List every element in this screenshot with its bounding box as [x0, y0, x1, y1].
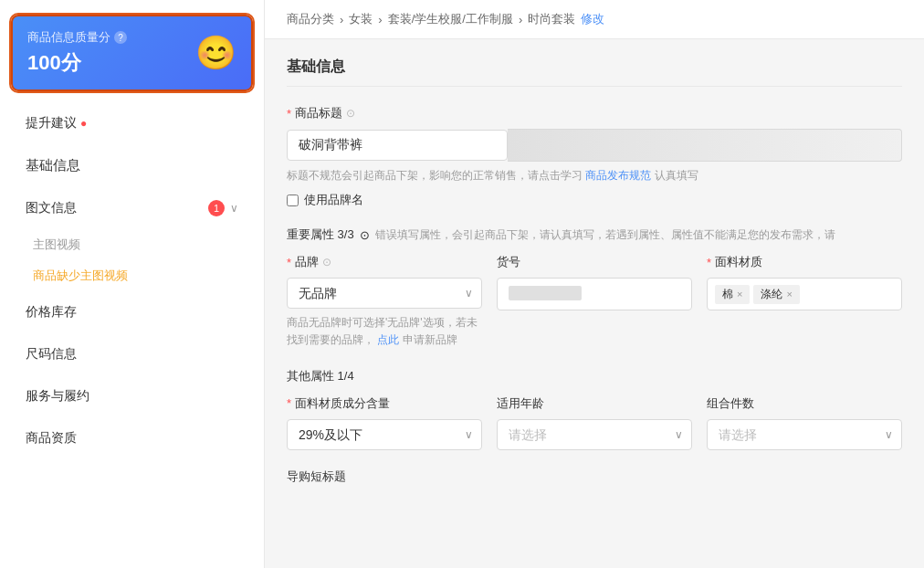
- tag-label: 涤纶: [761, 287, 782, 302]
- sidebar-item-label: 服务与履约: [26, 388, 89, 405]
- material-content-group: * 面料材质成分含量 29%及以下 ∨: [287, 395, 482, 450]
- combo-select[interactable]: 请选择: [707, 419, 902, 450]
- sidebar: 商品信息质量分 ? 100分 😊 提升建议● 基础信息 图文信息 1 ∨ 主图视…: [0, 0, 265, 568]
- sidebar-item-label: 尺码信息: [26, 346, 77, 363]
- important-attr-group: 重要属性 3/3 ⊙ 错误填写属性，会引起商品下架，请认真填写，若遇到属性、属性…: [287, 226, 902, 349]
- warning-text: 标题不规范会引起商品下架，影响您的正常销售，请点击学习 商品发布规范 认真填写: [287, 167, 902, 184]
- brand-help-icon[interactable]: ⊙: [322, 256, 331, 268]
- chevron-icon: ∨: [230, 202, 238, 215]
- sidebar-item-basic[interactable]: 基础信息: [11, 146, 253, 185]
- attr-help-icon[interactable]: ⊙: [360, 228, 370, 242]
- material-label: * 面料材质: [707, 254, 902, 270]
- content-area: 基础信息 * 商品标题 ⊙ 标题不规范会引起商品下架，影响您的正常销售，请点击学…: [265, 39, 924, 521]
- required-star: *: [287, 256, 291, 269]
- brand-checkbox[interactable]: [287, 195, 299, 206]
- label-text: 商品标题: [295, 105, 342, 121]
- tag-item: 棉 ×: [715, 285, 750, 304]
- material-tags-input[interactable]: 棉 × 涤纶 ×: [707, 278, 902, 310]
- material-content-select[interactable]: 29%及以下: [287, 419, 482, 450]
- label-text: 导购短标题: [287, 468, 346, 485]
- order-number-group: 货号: [497, 254, 692, 349]
- label-text: 组合件数: [707, 395, 754, 412]
- attr-header: 重要属性 3/3 ⊙ 错误填写属性，会引起商品下架，请认真填写，若遇到属性、属性…: [287, 226, 902, 243]
- sidebar-item-video[interactable]: 主图视频: [11, 231, 253, 258]
- quality-card: 商品信息质量分 ? 100分 😊: [11, 15, 253, 91]
- material-label-text: 面料材质: [715, 254, 762, 270]
- guide-title-group: 导购短标题: [287, 468, 902, 485]
- sidebar-item-label: 图文信息: [26, 200, 77, 216]
- breadcrumb-sep-1: ›: [340, 13, 343, 26]
- other-attr-group: 其他属性 1/4 * 面料材质成分含量 29%及以下 ∨: [287, 368, 902, 450]
- breadcrumb-sep-3: ›: [519, 13, 522, 26]
- brand-help-text: 商品无品牌时可选择'无品牌'选项，若未找到需要的品牌， 点此 申请新品牌: [287, 314, 482, 349]
- order-number-input-area: [497, 278, 692, 310]
- product-title-group: * 商品标题 ⊙ 标题不规范会引起商品下架，影响您的正常销售，请点击学习 商品发…: [287, 105, 902, 208]
- product-title-label: * 商品标题 ⊙: [287, 105, 902, 121]
- brand-row: * 品牌 ⊙ 无品牌 ∨ 商品无品牌时可选择'无品牌'选项，若未找到需要的品牌，…: [287, 254, 902, 349]
- sidebar-item-service[interactable]: 服务与履约: [11, 377, 253, 415]
- label-text: 适用年龄: [497, 395, 544, 412]
- help-icon[interactable]: ⊙: [346, 107, 355, 120]
- sidebar-item-image[interactable]: 图文信息 1 ∨: [11, 189, 253, 227]
- sidebar-item-label: 价格库存: [26, 304, 77, 321]
- product-title-input[interactable]: [287, 130, 508, 161]
- sidebar-item-size[interactable]: 尺码信息: [11, 335, 253, 373]
- attr-header-text: 重要属性 3/3: [287, 226, 354, 243]
- required-star: *: [287, 396, 291, 410]
- main-content: 商品分类 › 女装 › 套装/学生校服/工作制服 › 时尚套装 修改 基础信息 …: [265, 0, 924, 568]
- brand-select-wrapper: 无品牌 ∨: [287, 278, 482, 309]
- breadcrumb: 商品分类 › 女装 › 套装/学生校服/工作制服 › 时尚套装 修改: [265, 0, 924, 39]
- brand-label-text: 品牌: [295, 254, 319, 270]
- quality-score: 100分: [27, 49, 127, 77]
- combo-group: 组合件数 请选择 ∨: [707, 395, 902, 450]
- order-number-label: 货号: [497, 254, 692, 270]
- sidebar-item-label: 基础信息: [26, 157, 80, 174]
- sidebar-item-qualification[interactable]: 商品资质: [11, 419, 253, 458]
- sidebar-item-improve[interactable]: 提升建议●: [11, 104, 253, 142]
- material-content-select-wrapper: 29%及以下 ∨: [287, 419, 482, 450]
- breadcrumb-part-3: 套装/学生校服/工作制服: [388, 11, 513, 27]
- sidebar-item-video-sub[interactable]: 商品缺少主图视频: [11, 262, 253, 289]
- other-attr-header-text: 其他属性 1/4: [287, 368, 354, 384]
- quality-title-text: 商品信息质量分: [27, 29, 110, 46]
- guide-title-label: 导购短标题: [287, 468, 902, 485]
- title-input-row: [287, 129, 902, 162]
- required-star: *: [287, 107, 291, 121]
- material-group: * 面料材质 棉 × 涤纶 ×: [707, 254, 902, 349]
- modify-link[interactable]: 修改: [581, 11, 604, 27]
- attr-warning-text: 错误填写属性，会引起商品下架，请认真填写，若遇到属性、属性值不能满足您的发布需求…: [375, 227, 835, 243]
- required-marker: ●: [80, 117, 87, 130]
- breadcrumb-part-4: 时尚套装: [528, 11, 575, 27]
- breadcrumb-sep-2: ›: [378, 13, 382, 26]
- age-label: 适用年龄: [497, 395, 692, 412]
- other-attr-row: * 面料材质成分含量 29%及以下 ∨ 适用年龄: [287, 395, 902, 450]
- apply-brand-link[interactable]: 点此: [377, 333, 399, 346]
- brand-select[interactable]: 无品牌: [287, 278, 482, 309]
- label-text: 货号: [497, 254, 520, 270]
- section-title: 基础信息: [287, 58, 902, 87]
- title-blurred-area: [508, 129, 902, 162]
- brand-group: * 品牌 ⊙ 无品牌 ∨ 商品无品牌时可选择'无品牌'选项，若未找到需要的品牌，…: [287, 254, 482, 349]
- tag-close-icon[interactable]: ×: [786, 289, 792, 300]
- required-star: *: [707, 256, 711, 269]
- publish-rules-link[interactable]: 商品发布规范: [585, 169, 651, 182]
- tag-item: 涤纶 ×: [753, 285, 799, 304]
- brand-checkbox-row: 使用品牌名: [287, 192, 902, 208]
- combo-label: 组合件数: [707, 395, 902, 412]
- order-number-blurred: [509, 286, 582, 300]
- age-select[interactable]: 请选择: [497, 419, 692, 450]
- tag-close-icon[interactable]: ×: [737, 289, 742, 300]
- quality-title: 商品信息质量分 ?: [27, 29, 127, 46]
- brand-label: * 品牌 ⊙: [287, 254, 482, 270]
- sidebar-item-label: 提升建议●: [26, 115, 87, 131]
- material-content-label: * 面料材质成分含量: [287, 395, 482, 412]
- label-text: 面料材质成分含量: [295, 395, 390, 412]
- sidebar-item-label: 商品资质: [26, 430, 77, 447]
- age-select-wrapper: 请选择 ∨: [497, 419, 692, 450]
- sidebar-item-price[interactable]: 价格库存: [11, 293, 253, 331]
- breadcrumb-part-2: 女装: [349, 11, 373, 27]
- age-group: 适用年龄 请选择 ∨: [497, 395, 692, 450]
- question-icon: ?: [114, 31, 127, 44]
- combo-select-wrapper: 请选择 ∨: [707, 419, 902, 450]
- item-right: 1 ∨: [208, 200, 238, 216]
